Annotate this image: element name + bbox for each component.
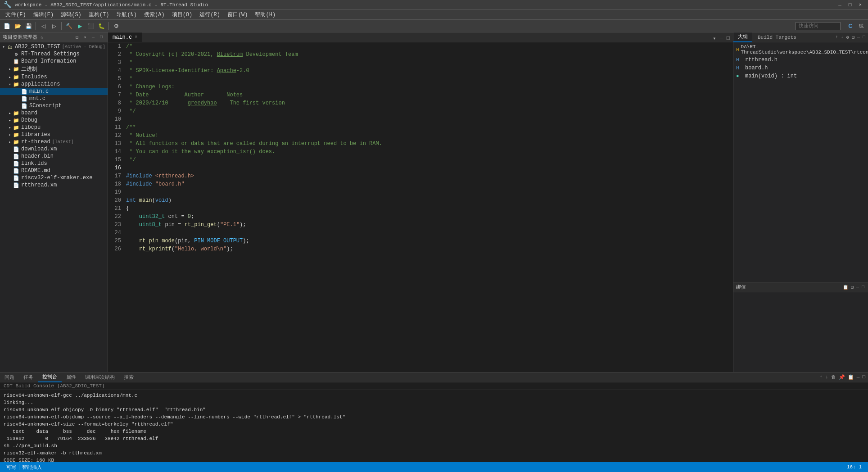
code-area[interactable]: /* * Copyright (c) 2020-2021, Bluetrum D… bbox=[124, 42, 733, 372]
outline-item-board[interactable]: H board.h bbox=[733, 64, 868, 72]
code-line-25: rt_pin_mode(pin, PIN_MODE_OUTPUT); bbox=[126, 237, 731, 245]
bc-minimize[interactable]: — bbox=[856, 374, 861, 380]
bc-maximize[interactable]: □ bbox=[861, 374, 866, 380]
menu-item-搜索(A)[interactable]: 搜索(A) bbox=[140, 10, 168, 19]
tab-maximize-btn[interactable]: □ bbox=[725, 35, 731, 42]
tree-board-info[interactable]: 📋 Board Information bbox=[0, 58, 108, 65]
tree-readme[interactable]: 📄 README.md bbox=[0, 167, 108, 174]
rpanel-maximize[interactable]: □ bbox=[862, 35, 866, 40]
minimize-btn[interactable]: — bbox=[836, 2, 844, 8]
bc-pin[interactable]: 📌 bbox=[838, 374, 846, 380]
menu-item-文件(F)[interactable]: 文件(F) bbox=[2, 10, 30, 19]
tree-xmaker-exe[interactable]: 📄 riscv32-elf-xmaker.exe bbox=[0, 174, 108, 182]
tree-rtt-settings[interactable]: ⚙ RT-Thread Settings bbox=[0, 50, 108, 58]
outline-label-board: board.h bbox=[745, 65, 768, 71]
status-smart-insert[interactable]: 智能插入 bbox=[19, 464, 45, 471]
toolbar-save[interactable]: 💾 bbox=[23, 21, 33, 31]
toolbar-stop[interactable]: ⬛ bbox=[86, 21, 95, 31]
toolbar-back[interactable]: ◁ bbox=[38, 21, 48, 31]
console-title: CDT Build Console [AB32_SDIO_TEST] bbox=[0, 382, 868, 390]
status-position[interactable]: 16: 1 bbox=[844, 464, 864, 470]
tree-header-bin[interactable]: 📄 header.bin bbox=[0, 153, 108, 160]
tab-close-btn[interactable]: × bbox=[135, 35, 137, 40]
tree-libcpu[interactable]: ▸ 📁 libcpu bbox=[0, 124, 108, 131]
maximize-btn[interactable]: □ bbox=[846, 2, 854, 8]
bc-clear[interactable]: 🗑 bbox=[830, 374, 837, 380]
rl-btn2[interactable]: ⊟ bbox=[850, 285, 854, 290]
panel-minimize-btn[interactable]: — bbox=[90, 34, 97, 41]
menu-item-项目(O)[interactable]: 项目(O) bbox=[168, 10, 196, 19]
bottom-tab-callhierarchy[interactable]: 调用层次结构 bbox=[81, 372, 119, 382]
editor-scrollbar[interactable] bbox=[731, 42, 733, 372]
panel-menu-btn[interactable]: ▾ bbox=[81, 34, 89, 41]
toolbar-debug[interactable]: 🐛 bbox=[96, 21, 106, 31]
outline-panel: 大纲 Build Targets ↑ ↓ ⚙ ⊟ — □ H DA\RT-Thr… bbox=[733, 32, 868, 372]
libraries-icon: 📁 bbox=[13, 132, 20, 138]
tree-includes[interactable]: ▸ 📁 Includes bbox=[0, 73, 108, 81]
bottom-tab-search[interactable]: 搜索 bbox=[119, 372, 138, 382]
toolbar-open[interactable]: 📂 bbox=[13, 21, 23, 31]
status-writable[interactable]: 可写 bbox=[4, 464, 19, 471]
menu-item-重构(T)[interactable]: 重构(T) bbox=[85, 10, 113, 19]
toolbar-forward[interactable]: ▷ bbox=[49, 21, 59, 31]
menu-item-源码(S)[interactable]: 源码(S) bbox=[57, 10, 85, 19]
console-line: riscv64-unknown-elf-gcc ../applications/… bbox=[4, 392, 864, 399]
bottom-tab-properties[interactable]: 属性 bbox=[62, 372, 81, 382]
quick-access-input[interactable] bbox=[796, 22, 841, 30]
tree-sconscript[interactable]: 📄 SConscript bbox=[0, 102, 108, 109]
panel-collapse-btn[interactable]: ⊟ bbox=[73, 34, 81, 41]
tree-root[interactable]: ▾ 🗂 AB32_SDIO_TEST [Active · Debug] bbox=[0, 43, 108, 50]
toolbar-test-icon[interactable]: 试 bbox=[856, 21, 866, 31]
rl-btn1[interactable]: 📋 bbox=[842, 285, 849, 290]
tab-main-c[interactable]: main.c × bbox=[108, 32, 142, 42]
toolbar-sep1 bbox=[36, 22, 36, 30]
outline-item-rtthread[interactable]: H rtthread.h bbox=[733, 56, 868, 64]
tree-rtthread[interactable]: ▸ 📁 rt-thread [latest] bbox=[0, 138, 108, 145]
menu-item-帮助(H)[interactable]: 帮助(H) bbox=[251, 10, 279, 19]
tree-download-xm[interactable]: 📄 download.xm bbox=[0, 145, 108, 153]
line-num-13: 13 bbox=[108, 140, 121, 148]
rl-minimize[interactable]: — bbox=[855, 285, 860, 290]
menu-item-编辑(E)[interactable]: 编辑(E) bbox=[30, 10, 58, 19]
rl-maximize[interactable]: □ bbox=[861, 285, 865, 290]
toolbar-run[interactable]: ▶ bbox=[75, 21, 85, 31]
outline-item-preinc[interactable]: H DA\RT-ThreadStudio\workspace\AB32_SDIO… bbox=[733, 43, 868, 56]
tree-main-c[interactable]: 📄 main.c bbox=[0, 88, 108, 95]
bc-copy[interactable]: 📋 bbox=[847, 374, 855, 380]
tab-menu-btn[interactable]: ▾ bbox=[711, 35, 717, 42]
toolbar-settings[interactable]: ⚙ bbox=[111, 21, 121, 31]
bc-down[interactable]: ↓ bbox=[824, 374, 829, 380]
rpanel-icon1[interactable]: ↑ bbox=[835, 35, 839, 40]
rpanel-icon3[interactable]: ⚙ bbox=[845, 35, 850, 40]
board-label: board bbox=[21, 110, 37, 116]
toolbar-new[interactable]: 📄 bbox=[2, 21, 12, 31]
tree-rtthread-xm[interactable]: 📄 rtthread.xm bbox=[0, 182, 108, 189]
bc-up[interactable]: ↑ bbox=[819, 374, 824, 380]
bottom-tab-tasks[interactable]: 任务 bbox=[19, 372, 38, 382]
rpanel-icon4[interactable]: ⊟ bbox=[851, 35, 855, 40]
close-btn[interactable]: × bbox=[856, 2, 864, 8]
tree-binary[interactable]: ▸ 📁 二进制 bbox=[0, 65, 108, 73]
build-targets-tab[interactable]: Build Targets bbox=[753, 32, 801, 42]
menu-item-导航(N)[interactable]: 导航(N) bbox=[113, 10, 140, 19]
bottom-tab-console[interactable]: 控制台 bbox=[38, 372, 62, 382]
console-content[interactable]: riscv64-unknown-elf-gcc ../applications/… bbox=[0, 390, 868, 462]
tree-debug[interactable]: ▸ 📁 Debug bbox=[0, 117, 108, 124]
board-info-label: Board Information bbox=[21, 58, 76, 64]
tree-board[interactable]: ▸ 📁 board bbox=[0, 109, 108, 117]
outline-tab[interactable]: 大纲 bbox=[733, 32, 752, 42]
tree-libraries[interactable]: ▸ 📁 libraries bbox=[0, 131, 108, 138]
toolbar-build[interactable]: 🔨 bbox=[64, 21, 74, 31]
tree-applications[interactable]: ▾ 📁 applications bbox=[0, 81, 108, 88]
tree-mnt-c[interactable]: 📄 mnt.c bbox=[0, 95, 108, 102]
panel-maximize-btn[interactable]: □ bbox=[98, 34, 105, 41]
rpanel-icon2[interactable]: ↓ bbox=[840, 35, 845, 40]
menu-item-窗口(W)[interactable]: 窗口(W) bbox=[224, 10, 252, 19]
line-num-2: 2 bbox=[108, 50, 121, 59]
outline-item-main[interactable]: ● main(void) : int bbox=[733, 72, 868, 80]
rpanel-minimize[interactable]: — bbox=[856, 35, 861, 40]
tab-minimize-btn[interactable]: — bbox=[719, 35, 724, 42]
tree-link-lds[interactable]: 📄 link.lds bbox=[0, 160, 108, 167]
menu-item-运行(R)[interactable]: 运行(R) bbox=[196, 10, 224, 19]
bottom-tab-problems[interactable]: 问题 bbox=[0, 372, 19, 382]
